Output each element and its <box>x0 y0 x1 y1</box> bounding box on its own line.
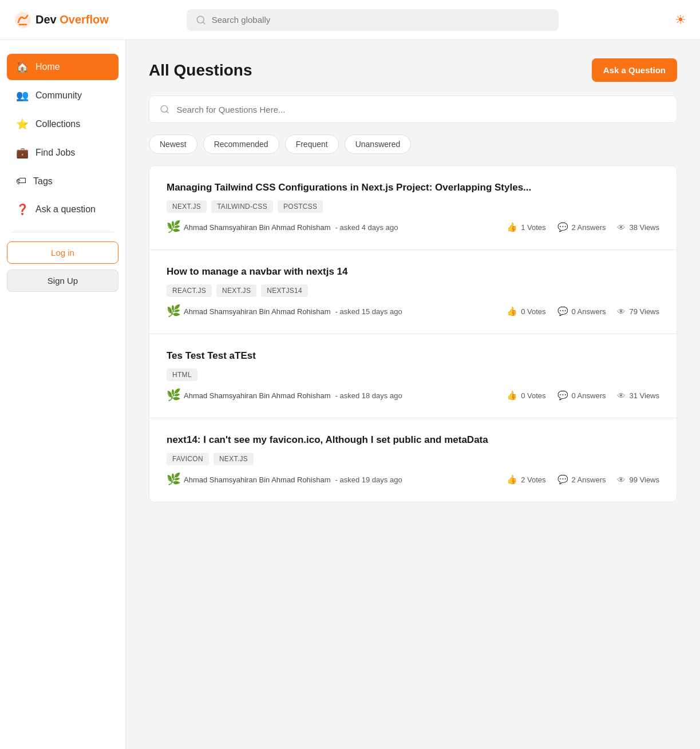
answers-stat: 💬 0 Answers <box>557 390 606 401</box>
votes-stat: 👍 2 Votes <box>507 474 545 485</box>
question-item: next14: I can't see my favicon.ico, Alth… <box>149 418 677 502</box>
question-title[interactable]: How to manage a navbar with nextjs 14 <box>167 266 659 278</box>
tag[interactable]: NEXTJS14 <box>261 284 308 297</box>
question-time: - asked 18 days ago <box>335 391 402 400</box>
question-item: Managing Tailwind CSS Configurations in … <box>149 166 677 250</box>
logo-dev-text: Dev <box>35 13 57 26</box>
layout: 🏠 Home 👥 Community ⭐ Collections 💼 Find … <box>0 40 700 749</box>
page-title: All Questions <box>149 61 252 80</box>
votes-stat: 👍 1 Votes <box>507 222 545 232</box>
svg-point-0 <box>15 12 31 28</box>
comment-icon: 💬 <box>557 390 568 401</box>
sidebar: 🏠 Home 👥 Community ⭐ Collections 💼 Find … <box>0 40 126 749</box>
community-nav-icon: 👥 <box>16 89 29 102</box>
global-search-input[interactable] <box>212 15 549 25</box>
main-content: All Questions Ask a Question NewestRecom… <box>126 40 700 749</box>
tag[interactable]: REACT.JS <box>167 284 212 297</box>
signup-button[interactable]: Sign Up <box>7 270 118 292</box>
sidebar-item-find-jobs[interactable]: 💼 Find Jobs <box>7 140 118 166</box>
views-stat: 👁 31 Views <box>617 391 659 401</box>
tags-row: HTML <box>167 368 659 381</box>
author-info: 🌿 Ahmad Shamsyahiran Bin Ahmad Rohisham … <box>167 221 398 233</box>
ask-question-nav-icon: ❓ <box>16 203 29 216</box>
tag[interactable]: NEXT.JS <box>167 200 207 213</box>
sidebar-item-tags[interactable]: 🏷 Tags <box>7 168 118 194</box>
tag[interactable]: NEXT.JS <box>213 453 254 465</box>
question-time: - asked 4 days ago <box>335 223 398 232</box>
find-jobs-nav-label: Find Jobs <box>35 148 75 158</box>
question-title[interactable]: Managing Tailwind CSS Configurations in … <box>167 182 659 193</box>
svg-line-2 <box>203 22 204 23</box>
question-search-bar[interactable] <box>149 96 677 123</box>
ask-question-button[interactable]: Ask a Question <box>592 58 677 82</box>
thumbs-up-icon: 👍 <box>507 222 517 232</box>
thumbs-up-icon: 👍 <box>507 474 517 485</box>
tags-nav-label: Tags <box>33 176 53 187</box>
sidebar-item-collections[interactable]: ⭐ Collections <box>7 111 118 137</box>
search-icon <box>196 15 206 25</box>
eye-icon: 👁 <box>617 391 626 401</box>
filter-tab-newest[interactable]: Newest <box>149 134 197 154</box>
tag[interactable]: TAILWIND-CSS <box>211 200 273 213</box>
votes-count: 1 Votes <box>521 223 545 232</box>
logo-icon <box>14 11 32 29</box>
question-title[interactable]: Tes Test Test aTEst <box>167 350 659 362</box>
question-item: Tes Test Test aTEst HTML 🌿 Ahmad Shamsya… <box>149 334 677 418</box>
views-stat: 👁 99 Views <box>617 475 659 485</box>
author-name: Ahmad Shamsyahiran Bin Ahmad Rohisham <box>184 391 331 400</box>
views-count: 99 Views <box>629 475 659 484</box>
tag[interactable]: HTML <box>167 368 197 381</box>
thumbs-up-icon: 👍 <box>507 306 517 316</box>
tags-row: FAVICONNEXT.JS <box>167 453 659 465</box>
questions-list: Managing Tailwind CSS Configurations in … <box>149 165 677 502</box>
question-search-input[interactable] <box>176 105 666 114</box>
question-search-icon <box>160 104 169 114</box>
question-time: - asked 15 days ago <box>335 307 402 316</box>
author-avatar: 🌿 <box>167 221 179 233</box>
tags-row: NEXT.JSTAILWIND-CSSPOSTCSS <box>167 200 659 213</box>
sidebar-item-community[interactable]: 👥 Community <box>7 82 118 109</box>
global-search-bar[interactable] <box>187 9 559 31</box>
filter-tab-frequent[interactable]: Frequent <box>285 134 339 154</box>
filter-tabs: NewestRecommendedFrequentUnanswered <box>149 134 677 154</box>
tag[interactable]: NEXT.JS <box>216 284 256 297</box>
home-nav-icon: 🏠 <box>16 61 29 73</box>
views-count: 79 Views <box>629 307 659 316</box>
question-item: How to manage a navbar with nextjs 14 RE… <box>149 250 677 334</box>
stats: 👍 2 Votes 💬 2 Answers 👁 99 Views <box>507 474 659 485</box>
comment-icon: 💬 <box>557 222 568 232</box>
collections-nav-icon: ⭐ <box>16 118 29 130</box>
filter-tab-recommended[interactable]: Recommended <box>203 134 279 154</box>
votes-count: 0 Votes <box>521 307 545 316</box>
filter-tab-unanswered[interactable]: Unanswered <box>345 134 412 154</box>
stats: 👍 0 Votes 💬 0 Answers 👁 79 Views <box>507 306 659 316</box>
logo[interactable]: Dev Overflow <box>14 11 128 29</box>
answers-stat: 💬 0 Answers <box>557 306 606 316</box>
author-info: 🌿 Ahmad Shamsyahiran Bin Ahmad Rohisham … <box>167 305 402 318</box>
theme-toggle-icon[interactable]: ☀ <box>675 13 686 27</box>
author-avatar: 🌿 <box>167 473 179 486</box>
stats: 👍 1 Votes 💬 2 Answers 👁 38 Views <box>507 222 659 232</box>
header-right: ☀ <box>675 13 686 27</box>
eye-icon: 👁 <box>617 223 626 232</box>
author-name: Ahmad Shamsyahiran Bin Ahmad Rohisham <box>184 307 331 316</box>
answers-count: 2 Answers <box>572 223 606 232</box>
question-meta: 🌿 Ahmad Shamsyahiran Bin Ahmad Rohisham … <box>167 221 659 233</box>
views-count: 31 Views <box>629 391 659 400</box>
votes-count: 2 Votes <box>521 475 545 484</box>
question-time: - asked 19 days ago <box>335 475 402 484</box>
votes-count: 0 Votes <box>521 391 545 400</box>
question-meta: 🌿 Ahmad Shamsyahiran Bin Ahmad Rohisham … <box>167 473 659 486</box>
tag[interactable]: FAVICON <box>167 453 209 465</box>
answers-stat: 💬 2 Answers <box>557 474 606 485</box>
views-stat: 👁 79 Views <box>617 307 659 316</box>
login-button[interactable]: Log in <box>7 241 118 264</box>
question-title[interactable]: next14: I can't see my favicon.ico, Alth… <box>167 434 659 446</box>
sidebar-item-ask-question[interactable]: ❓ Ask a question <box>7 196 118 223</box>
sidebar-item-home[interactable]: 🏠 Home <box>7 54 118 80</box>
author-info: 🌿 Ahmad Shamsyahiran Bin Ahmad Rohisham … <box>167 473 402 486</box>
views-count: 38 Views <box>629 223 659 232</box>
author-name: Ahmad Shamsyahiran Bin Ahmad Rohisham <box>184 475 331 484</box>
comment-icon: 💬 <box>557 474 568 485</box>
tag[interactable]: POSTCSS <box>278 200 323 213</box>
